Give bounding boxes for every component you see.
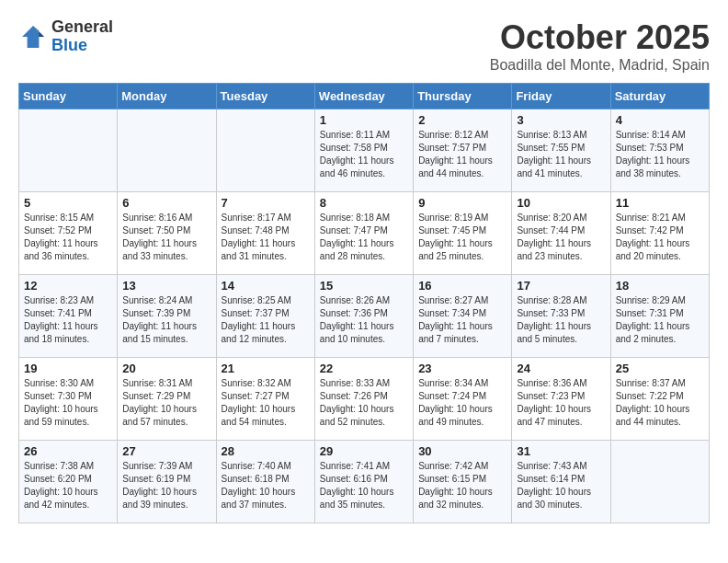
day-number: 17 xyxy=(517,279,605,293)
day-info: Sunrise: 8:31 AMSunset: 7:29 PMDaylight:… xyxy=(122,377,210,429)
day-info: Sunrise: 8:36 AMSunset: 7:23 PMDaylight:… xyxy=(517,377,605,429)
day-number: 7 xyxy=(222,196,310,210)
day-number: 26 xyxy=(24,444,112,458)
day-number: 2 xyxy=(418,113,506,127)
calendar-day-cell xyxy=(118,109,216,192)
logo-general: General xyxy=(51,17,113,36)
title-block: October 2025 Boadilla del Monte, Madrid,… xyxy=(490,18,710,74)
day-info: Sunrise: 8:33 AMSunset: 7:26 PMDaylight:… xyxy=(320,377,408,429)
calendar-day-cell: 4Sunrise: 8:14 AMSunset: 7:53 PMDaylight… xyxy=(610,109,709,192)
calendar-table: SundayMondayTuesdayWednesdayThursdayFrid… xyxy=(18,83,710,523)
calendar-day-cell: 15Sunrise: 8:26 AMSunset: 7:36 PMDayligh… xyxy=(314,275,413,358)
day-number: 16 xyxy=(418,279,506,293)
calendar-day-cell: 27Sunrise: 7:39 AMSunset: 6:19 PMDayligh… xyxy=(118,441,216,523)
calendar-week-row: 1Sunrise: 8:11 AMSunset: 7:58 PMDaylight… xyxy=(19,109,710,192)
calendar-day-cell: 5Sunrise: 8:15 AMSunset: 7:52 PMDaylight… xyxy=(19,192,118,275)
calendar-day-cell: 25Sunrise: 8:37 AMSunset: 7:22 PMDayligh… xyxy=(610,358,709,441)
day-number: 6 xyxy=(122,196,210,210)
day-info: Sunrise: 8:32 AMSunset: 7:27 PMDaylight:… xyxy=(222,377,310,429)
calendar-day-cell: 9Sunrise: 8:19 AMSunset: 7:45 PMDaylight… xyxy=(414,192,512,275)
month-title: October 2025 xyxy=(490,18,710,57)
weekday-header-row: SundayMondayTuesdayWednesdayThursdayFrid… xyxy=(19,84,710,109)
calendar-day-cell: 2Sunrise: 8:12 AMSunset: 7:57 PMDaylight… xyxy=(414,109,512,192)
day-number: 25 xyxy=(616,362,704,375)
day-info: Sunrise: 8:23 AMSunset: 7:41 PMDaylight:… xyxy=(24,294,112,346)
calendar-day-cell: 23Sunrise: 8:34 AMSunset: 7:24 PMDayligh… xyxy=(414,358,512,441)
day-info: Sunrise: 8:18 AMSunset: 7:47 PMDaylight:… xyxy=(320,212,408,263)
day-info: Sunrise: 8:27 AMSunset: 7:34 PMDaylight:… xyxy=(418,294,506,346)
calendar-day-cell: 18Sunrise: 8:29 AMSunset: 7:31 PMDayligh… xyxy=(610,275,709,358)
day-number: 23 xyxy=(418,362,506,375)
day-info: Sunrise: 7:40 AMSunset: 6:18 PMDaylight:… xyxy=(222,460,310,511)
logo-blue: Blue xyxy=(51,36,87,54)
day-number: 27 xyxy=(122,444,210,458)
day-info: Sunrise: 8:34 AMSunset: 7:24 PMDaylight:… xyxy=(418,377,506,429)
day-info: Sunrise: 8:24 AMSunset: 7:39 PMDaylight:… xyxy=(122,294,210,346)
day-number: 11 xyxy=(616,196,704,210)
calendar-day-cell: 19Sunrise: 8:30 AMSunset: 7:30 PMDayligh… xyxy=(19,358,118,441)
day-info: Sunrise: 8:21 AMSunset: 7:42 PMDaylight:… xyxy=(616,212,704,263)
day-number: 29 xyxy=(320,444,408,458)
calendar-day-cell: 10Sunrise: 8:20 AMSunset: 7:44 PMDayligh… xyxy=(512,192,610,275)
day-number: 24 xyxy=(517,362,605,375)
day-info: Sunrise: 8:25 AMSunset: 7:37 PMDaylight:… xyxy=(222,294,310,346)
calendar-day-cell: 7Sunrise: 8:17 AMSunset: 7:48 PMDaylight… xyxy=(216,192,314,275)
calendar-day-cell: 20Sunrise: 8:31 AMSunset: 7:29 PMDayligh… xyxy=(118,358,216,441)
weekday-header: Monday xyxy=(118,84,216,109)
calendar-day-cell: 26Sunrise: 7:38 AMSunset: 6:20 PMDayligh… xyxy=(19,441,118,523)
calendar-day-cell: 3Sunrise: 8:13 AMSunset: 7:55 PMDaylight… xyxy=(512,109,610,192)
day-number: 21 xyxy=(222,362,310,375)
day-info: Sunrise: 8:14 AMSunset: 7:53 PMDaylight:… xyxy=(616,129,704,180)
calendar-day-cell xyxy=(216,109,314,192)
calendar-day-cell: 6Sunrise: 8:16 AMSunset: 7:50 PMDaylight… xyxy=(118,192,216,275)
day-info: Sunrise: 8:15 AMSunset: 7:52 PMDaylight:… xyxy=(24,212,112,263)
day-number: 14 xyxy=(222,279,310,293)
day-number: 20 xyxy=(122,362,210,375)
calendar-day-cell xyxy=(610,441,709,523)
day-number: 5 xyxy=(24,196,112,210)
day-number: 8 xyxy=(320,196,408,210)
day-number: 28 xyxy=(222,444,310,458)
day-info: Sunrise: 8:30 AMSunset: 7:30 PMDaylight:… xyxy=(24,377,112,429)
day-info: Sunrise: 8:19 AMSunset: 7:45 PMDaylight:… xyxy=(418,212,506,263)
calendar-day-cell: 21Sunrise: 8:32 AMSunset: 7:27 PMDayligh… xyxy=(216,358,314,441)
day-info: Sunrise: 7:41 AMSunset: 6:16 PMDaylight:… xyxy=(320,460,408,511)
day-number: 15 xyxy=(320,279,408,293)
calendar-day-cell: 29Sunrise: 7:41 AMSunset: 6:16 PMDayligh… xyxy=(314,441,413,523)
day-number: 9 xyxy=(418,196,506,210)
weekday-header: Wednesday xyxy=(314,84,413,109)
calendar-day-cell: 22Sunrise: 8:33 AMSunset: 7:26 PMDayligh… xyxy=(314,358,413,441)
calendar-day-cell: 31Sunrise: 7:43 AMSunset: 6:14 PMDayligh… xyxy=(512,441,610,523)
day-number: 19 xyxy=(24,362,112,375)
weekday-header: Tuesday xyxy=(216,84,314,109)
calendar-week-row: 19Sunrise: 8:30 AMSunset: 7:30 PMDayligh… xyxy=(19,358,710,441)
calendar-day-cell: 17Sunrise: 8:28 AMSunset: 7:33 PMDayligh… xyxy=(512,275,610,358)
day-info: Sunrise: 8:29 AMSunset: 7:31 PMDaylight:… xyxy=(616,294,704,346)
calendar-week-row: 26Sunrise: 7:38 AMSunset: 6:20 PMDayligh… xyxy=(19,441,710,523)
day-info: Sunrise: 8:37 AMSunset: 7:22 PMDaylight:… xyxy=(616,377,704,429)
calendar-day-cell: 11Sunrise: 8:21 AMSunset: 7:42 PMDayligh… xyxy=(610,192,709,275)
logo-icon xyxy=(18,22,48,52)
day-info: Sunrise: 7:38 AMSunset: 6:20 PMDaylight:… xyxy=(24,460,112,511)
day-info: Sunrise: 8:12 AMSunset: 7:57 PMDaylight:… xyxy=(418,129,506,180)
calendar-day-cell: 28Sunrise: 7:40 AMSunset: 6:18 PMDayligh… xyxy=(216,441,314,523)
location: Boadilla del Monte, Madrid, Spain xyxy=(490,57,710,74)
day-number: 22 xyxy=(320,362,408,375)
day-info: Sunrise: 8:11 AMSunset: 7:58 PMDaylight:… xyxy=(320,129,408,180)
day-number: 3 xyxy=(517,113,605,127)
page-header: General Blue October 2025 Boadilla del M… xyxy=(18,18,710,74)
calendar-week-row: 12Sunrise: 8:23 AMSunset: 7:41 PMDayligh… xyxy=(19,275,710,358)
day-info: Sunrise: 8:20 AMSunset: 7:44 PMDaylight:… xyxy=(517,212,605,263)
day-info: Sunrise: 7:39 AMSunset: 6:19 PMDaylight:… xyxy=(122,460,210,511)
day-number: 1 xyxy=(320,113,408,127)
day-info: Sunrise: 8:13 AMSunset: 7:55 PMDaylight:… xyxy=(517,129,605,180)
calendar-day-cell: 8Sunrise: 8:18 AMSunset: 7:47 PMDaylight… xyxy=(314,192,413,275)
day-number: 18 xyxy=(616,279,704,293)
day-info: Sunrise: 7:42 AMSunset: 6:15 PMDaylight:… xyxy=(418,460,506,511)
calendar-day-cell: 12Sunrise: 8:23 AMSunset: 7:41 PMDayligh… xyxy=(19,275,118,358)
calendar-day-cell: 13Sunrise: 8:24 AMSunset: 7:39 PMDayligh… xyxy=(118,275,216,358)
calendar-day-cell: 24Sunrise: 8:36 AMSunset: 7:23 PMDayligh… xyxy=(512,358,610,441)
day-number: 31 xyxy=(517,444,605,458)
calendar-day-cell: 14Sunrise: 8:25 AMSunset: 7:37 PMDayligh… xyxy=(216,275,314,358)
logo-text: General Blue xyxy=(51,18,113,55)
